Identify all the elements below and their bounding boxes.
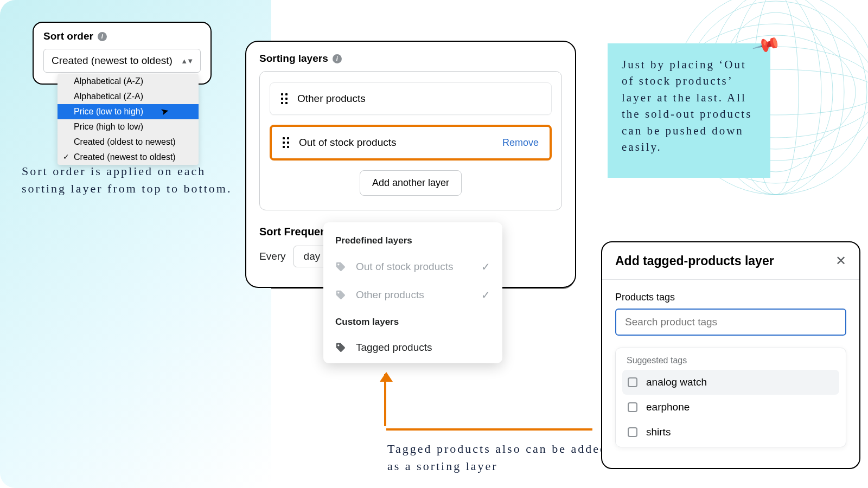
select-arrows-icon: ▲▼ — [181, 57, 193, 65]
layer-option-label: Other products — [356, 289, 424, 301]
sorting-layers-list: Other products Out of stock products Rem… — [259, 71, 562, 210]
suggested-tag-label: analog watch — [646, 376, 707, 388]
check-icon: ✓ — [481, 288, 490, 301]
layer-option-other-products[interactable]: Other products ✓ — [323, 281, 502, 309]
suggested-tag-earphone[interactable]: earphone — [622, 395, 839, 420]
sort-order-dropdown: Alphabetical (A-Z) Alphabetical (Z-A) Pr… — [58, 74, 199, 165]
suggested-tag-label: earphone — [646, 401, 690, 413]
tag-icon — [335, 261, 346, 272]
checkbox[interactable] — [628, 402, 637, 412]
check-icon: ✓ — [481, 260, 490, 273]
layer-option-label: Tagged products — [356, 342, 432, 354]
sort-option-alpha-az[interactable]: Alphabetical (A-Z) — [58, 74, 199, 89]
predefined-layers-header: Predefined layers — [323, 232, 502, 253]
suggested-tag-label: shirts — [646, 426, 671, 438]
tagged-products-caption: Tagged products also can be added as a s… — [387, 440, 621, 475]
search-product-tags-input[interactable] — [615, 309, 846, 336]
sort-order-caption: Sort order is applied on each sorting la… — [22, 163, 233, 197]
sorting-layers-title: Sorting layers i — [259, 53, 562, 65]
suggested-tag-analog-watch[interactable]: analog watch — [622, 370, 839, 395]
sort-order-label-text: Sort order — [43, 30, 93, 42]
custom-layers-header: Custom layers — [323, 313, 502, 334]
info-icon[interactable]: i — [98, 32, 107, 41]
tag-icon — [335, 342, 346, 353]
sort-order-select[interactable]: Created (newest to oldest) ▲▼ — [43, 49, 201, 73]
sort-option-price-low-high[interactable]: Price (low to high) — [58, 104, 199, 119]
tag-icon — [335, 290, 346, 300]
layer-row-label: Other products — [297, 93, 366, 105]
sticky-note-text: Just by placing ‘Out of stock products’ … — [622, 56, 756, 156]
sort-frequency-value: day — [304, 251, 321, 262]
layer-row-other-products[interactable]: Other products — [270, 82, 552, 115]
layer-option-label: Out of stock products — [356, 261, 454, 273]
products-tags-label: Products tags — [615, 292, 846, 303]
sort-order-selected-value: Created (newest to oldest) — [52, 55, 173, 67]
checkbox[interactable] — [628, 427, 637, 437]
checkbox[interactable] — [628, 377, 637, 387]
suggested-tag-shirts[interactable]: shirts — [622, 420, 839, 445]
suggested-tags-box: Suggested tags analog watch earphone shi… — [615, 348, 846, 447]
layer-option-tagged-products[interactable]: Tagged products — [323, 334, 502, 361]
remove-layer-link[interactable]: Remove — [502, 137, 539, 149]
annotation-arrow — [386, 380, 592, 436]
sorting-layers-title-text: Sorting layers — [259, 53, 328, 65]
add-tagged-products-modal: Add tagged-products layer ✕ Products tag… — [601, 241, 860, 469]
info-icon[interactable]: i — [333, 54, 342, 63]
divider — [602, 279, 859, 280]
add-another-layer-button[interactable]: Add another layer — [360, 170, 462, 196]
sort-option-price-high-low[interactable]: Price (high to low) — [58, 119, 199, 134]
sort-frequency-prefix: Every — [259, 251, 286, 262]
sort-order-label: Sort order i — [43, 30, 201, 42]
layer-row-out-of-stock[interactable]: Out of stock products Remove — [270, 125, 552, 160]
layer-row-label: Out of stock products — [299, 137, 397, 149]
sort-option-alpha-za[interactable]: Alphabetical (Z-A) — [58, 89, 199, 104]
drag-handle-icon[interactable] — [281, 93, 288, 104]
sort-option-created-old-new[interactable]: Created (oldest to newest) — [58, 134, 199, 150]
layer-option-out-of-stock[interactable]: Out of stock products ✓ — [323, 253, 502, 281]
modal-title: Add tagged-products layer — [615, 254, 774, 268]
close-button[interactable]: ✕ — [835, 253, 846, 268]
add-layer-popover: Predefined layers Out of stock products … — [323, 222, 502, 363]
sticky-note: Just by placing ‘Out of stock products’ … — [608, 43, 770, 178]
suggested-tags-header: Suggested tags — [622, 356, 839, 370]
drag-handle-icon[interactable] — [283, 137, 289, 148]
